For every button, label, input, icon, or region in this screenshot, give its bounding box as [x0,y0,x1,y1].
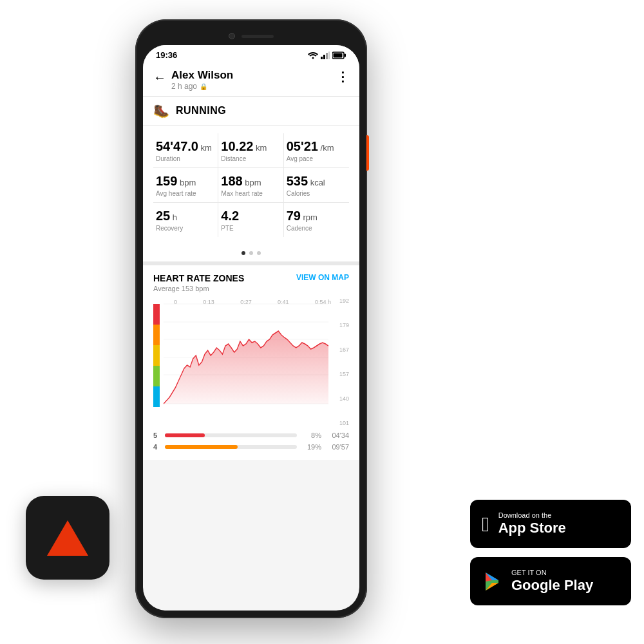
zone-pct: 19% [302,443,321,451]
dot-3[interactable] [257,251,261,255]
stat-unit: kcal [308,178,325,187]
stat-cell: 05'21 /kmAvg pace [284,133,349,168]
activity-icon: 🥾 [153,103,169,118]
stat-label: Calories [287,190,346,197]
stat-cell: 535 kcalCalories [284,168,349,203]
apple-icon:  [482,514,489,535]
phone-speaker [242,35,274,38]
svg-point-0 [312,57,314,59]
heart-rate-section: HEART RATE ZONES Average 153 bpm VIEW ON… [143,265,359,426]
phone-camera [229,33,235,39]
stat-unit: km [198,143,212,153]
store-buttons:  Download on the App Store GET IT ON Go… [470,500,631,605]
zone-5-bar [153,304,160,325]
activity-label: RUNNING [176,105,226,117]
zone-number: 5 [153,431,160,439]
stat-cell: 54'47.0 kmDuration [153,133,218,168]
stat-value: 4.2 [221,208,280,223]
battery-icon [332,52,346,59]
svg-rect-4 [328,52,330,59]
phone-mockup: 19:36 [135,19,367,618]
phone-screen: 19:36 [143,45,359,611]
stat-value: 159 bpm [156,173,215,189]
stats-section: 54'47.0 kmDuration10.22 kmDistance05'21 … [143,126,359,245]
stat-label: PTE [221,225,280,232]
stat-value: 05'21 /km [287,138,346,154]
stat-label: Avg pace [287,155,346,162]
phone-side-button [366,135,369,171]
signal-icon [321,52,330,59]
zone-1-bar [153,386,160,407]
pagination-dots [143,245,359,261]
dot-1[interactable] [242,251,245,255]
stat-unit: km [253,143,267,153]
activity-type: 🥾 RUNNING [143,97,359,126]
stat-unit: bpm [177,178,196,187]
phone-top-bar [143,27,359,45]
zone-bar-fill [165,433,205,437]
svg-rect-3 [326,53,328,59]
google-play-sub-label: GET IT ON [511,569,593,577]
zone-4-bar [153,325,160,345]
svg-rect-6 [345,53,346,57]
stat-unit: rpm [301,213,317,222]
chart-svg-container [164,298,328,426]
google-play-button[interactable]: GET IT ON Google Play [470,557,631,605]
dot-2[interactable] [249,251,253,255]
device-triangle-logo [47,520,88,556]
stat-value: 54'47.0 km [156,138,215,154]
stat-cell: 159 bpmAvg heart rate [153,168,218,203]
time-ago: 2 h ago 🔒 [171,82,233,91]
zone-3-bar [153,345,160,366]
stat-label: Recovery [156,225,215,232]
zone-2-bar [153,366,160,386]
svg-rect-1 [321,57,323,59]
stat-unit: bpm [243,178,261,187]
stat-label: Cadence [287,225,346,232]
svg-rect-2 [323,55,325,59]
app-header: ← Alex Wilson 2 h ago 🔒 ⋮ [143,62,359,97]
zone-pct: 8% [302,431,321,439]
stat-label: Avg heart rate [156,190,215,197]
zone-row: 5 8% 04'34 [153,431,349,439]
hr-area [164,331,328,404]
wifi-icon [308,52,318,59]
device-icon [26,496,109,580]
stats-grid: 54'47.0 kmDuration10.22 kmDistance05'21 … [153,133,349,237]
more-menu-button[interactable]: ⋮ [336,69,349,84]
app-store-sub-label: Download on the [498,511,566,520]
view-on-map-button[interactable]: VIEW ON MAP [296,273,349,282]
stat-value: 79 rpm [287,208,346,223]
stat-unit: h [170,213,177,222]
zone-legend: 5 8% 04'34 4 19% 09'57 [143,426,359,460]
zone-color-bar [153,304,160,407]
user-name: Alex Wilson [171,69,233,82]
app-store-name: App Store [498,520,566,536]
stat-unit: /km [318,143,334,153]
stat-cell: 188 bpmMax heart rate [218,168,283,203]
stat-label: Duration [156,155,215,162]
status-icons [308,52,346,59]
zone-number: 4 [153,443,160,451]
stat-label: Max heart rate [221,190,280,197]
zone-time: 09'57 [327,443,349,451]
stat-cell: 25 hRecovery [153,203,218,237]
zone-time: 04'34 [327,431,349,439]
stat-value: 10.22 km [221,138,280,154]
hr-title: HEART RATE ZONES [153,273,244,283]
stat-value: 25 h [156,208,215,223]
zone-row: 4 19% 09'57 [153,443,349,451]
google-play-name: Google Play [511,577,593,594]
stat-cell: 10.22 kmDistance [218,133,283,168]
stat-cell: 79 rpmCadence [284,203,349,237]
svg-rect-7 [334,53,343,57]
hr-subtitle: Average 153 bpm [153,285,244,292]
back-button[interactable]: ← [153,70,166,85]
heart-rate-chart: 192 179 167 157 140 101 [153,298,349,426]
lock-icon: 🔒 [200,83,207,90]
app-store-button[interactable]:  Download on the App Store [470,500,631,548]
stat-cell: 4.2 PTE [218,203,283,237]
status-bar: 19:36 [143,45,359,62]
stat-value: 535 kcal [287,173,346,189]
status-time: 19:36 [156,50,177,60]
